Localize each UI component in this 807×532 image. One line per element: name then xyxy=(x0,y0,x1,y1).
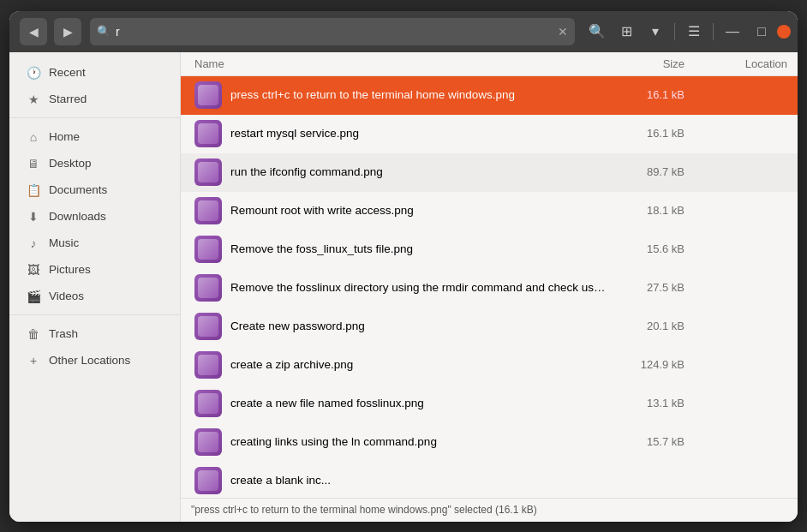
file-thumbnail xyxy=(198,162,218,182)
toolbar-divider-2 xyxy=(713,23,714,40)
forward-button[interactable]: ▶ xyxy=(54,18,81,45)
file-icon xyxy=(194,81,222,109)
file-name-cell: restart mysql service.png xyxy=(194,120,607,147)
table-row[interactable]: press ctrl+c to return to the terminal h… xyxy=(181,76,798,115)
file-size: 16.1 kB xyxy=(607,88,684,101)
sidebar-item-starred[interactable]: ★ Starred xyxy=(15,87,175,112)
search-input[interactable] xyxy=(116,25,553,39)
file-thumbnail xyxy=(198,239,218,260)
file-size: 89.7 kB xyxy=(607,165,684,178)
back-button[interactable]: ◀ xyxy=(20,18,47,45)
table-row[interactable]: create a blank inc... xyxy=(181,462,798,498)
sidebar-item-documents[interactable]: 📋 Documents xyxy=(15,177,175,203)
file-thumbnail xyxy=(198,200,218,221)
sidebar-item-videos[interactable]: 🎬 Videos xyxy=(15,284,175,309)
sidebar-label-desktop: Desktop xyxy=(49,157,92,170)
file-size: 18.1 kB xyxy=(607,204,684,217)
sidebar-label-other: Other Locations xyxy=(49,354,130,367)
trash-icon: 🗑 xyxy=(27,327,40,341)
search-clear-button[interactable]: ✕ xyxy=(558,25,568,39)
sidebar-label-home: Home xyxy=(49,130,80,143)
desktop-icon: 🖥 xyxy=(27,157,40,170)
close-button[interactable] xyxy=(777,25,791,39)
file-name: create a blank inc... xyxy=(230,474,331,487)
file-name: Remove the foss_linux_tuts file.png xyxy=(230,242,413,255)
file-name: creating links using the ln command.png xyxy=(230,435,437,448)
sidebar-item-trash[interactable]: 🗑 Trash xyxy=(15,321,175,347)
grid-view-button[interactable]: ⊞ xyxy=(613,18,640,45)
file-thumbnail xyxy=(198,355,218,375)
sidebar-label-starred: Starred xyxy=(49,93,87,105)
file-thumbnail xyxy=(198,316,218,337)
file-name-cell: create a new file named fosslinux.png xyxy=(194,390,607,417)
toolbar-divider xyxy=(674,23,675,40)
file-icon xyxy=(194,351,222,379)
file-thumbnail xyxy=(198,85,218,105)
sidebar-label-pictures: Pictures xyxy=(49,263,91,276)
file-size: 124.9 kB xyxy=(607,358,684,371)
sidebar-item-home[interactable]: ⌂ Home xyxy=(15,124,175,150)
sidebar-places-section: ⌂ Home 🖥 Desktop 📋 Documents ⬇ Downloads… xyxy=(9,117,180,309)
file-icon xyxy=(194,313,222,340)
documents-icon: 📋 xyxy=(27,183,40,197)
file-name-cell: Remove the foss_linux_tuts file.png xyxy=(194,236,607,263)
pictures-icon: 🖼 xyxy=(27,263,40,277)
file-name: create a new file named fosslinux.png xyxy=(230,397,424,409)
table-row[interactable]: creating links using the ln command.png … xyxy=(181,423,798,462)
header-name: Name xyxy=(194,57,607,70)
sidebar-label-videos: Videos xyxy=(49,290,84,302)
view-dropdown-button[interactable]: ▾ xyxy=(642,18,669,45)
file-name-cell: Remount root with write access.png xyxy=(194,197,607,224)
sidebar-label-downloads: Downloads xyxy=(49,210,106,223)
file-name: Create new password.png xyxy=(230,320,365,332)
file-name-cell: create a zip archive.png xyxy=(194,351,607,379)
file-name-cell: Remove the fosslinux directory using the… xyxy=(194,274,607,302)
file-icon xyxy=(194,236,222,263)
file-name-cell: creating links using the ln command.png xyxy=(194,428,607,456)
music-icon: ♪ xyxy=(27,236,40,250)
search-bar: 🔍 ✕ xyxy=(90,18,575,45)
table-row[interactable]: create a new file named fosslinux.png 13… xyxy=(181,385,798,423)
table-row[interactable]: Create new password.png 20.1 kB xyxy=(181,308,798,346)
file-size: 20.1 kB xyxy=(607,320,684,332)
file-thumbnail xyxy=(198,123,218,144)
status-text: "press ctrl+c to return to the terminal … xyxy=(191,504,537,516)
file-name: Remove the fosslinux directory using the… xyxy=(230,281,607,294)
sidebar-item-recent[interactable]: 🕐 Recent xyxy=(15,60,175,86)
file-size: 15.7 kB xyxy=(607,435,684,448)
minimize-button[interactable]: — xyxy=(719,18,746,45)
starred-icon: ★ xyxy=(27,93,40,106)
search-toggle-button[interactable]: 🔍 xyxy=(583,18,611,45)
file-name: Remount root with write access.png xyxy=(230,204,414,217)
header-location: Location xyxy=(684,57,787,70)
file-icon xyxy=(194,197,222,224)
sidebar-item-pictures[interactable]: 🖼 Pictures xyxy=(15,257,175,283)
table-row[interactable]: Remove the fosslinux directory using the… xyxy=(181,269,798,308)
sidebar-system-section: 🗑 Trash + Other Locations xyxy=(9,314,180,374)
file-thumbnail xyxy=(198,432,218,452)
sidebar: 🕐 Recent ★ Starred ⌂ Home 🖥 Desktop 📋 Do xyxy=(9,52,181,522)
sidebar-item-downloads[interactable]: ⬇ Downloads xyxy=(15,204,175,230)
sidebar-item-other[interactable]: + Other Locations xyxy=(15,348,175,374)
sidebar-item-music[interactable]: ♪ Music xyxy=(15,230,175,256)
file-name: press ctrl+c to return to the terminal h… xyxy=(230,88,515,101)
menu-button[interactable]: ☰ xyxy=(680,18,708,45)
file-name: create a zip archive.png xyxy=(230,358,353,371)
sidebar-item-desktop[interactable]: 🖥 Desktop xyxy=(15,151,175,176)
file-size: 15.6 kB xyxy=(607,242,684,255)
table-row[interactable]: run the ifconfig command.png 89.7 kB xyxy=(181,153,798,192)
table-row[interactable]: create a zip archive.png 124.9 kB xyxy=(181,346,798,385)
file-icon xyxy=(194,120,222,147)
maximize-button[interactable]: □ xyxy=(748,18,775,45)
search-icon: 🔍 xyxy=(97,25,111,38)
file-name-cell: create a blank inc... xyxy=(194,467,607,494)
file-size: 16.1 kB xyxy=(607,127,684,140)
table-row[interactable]: restart mysql service.png 16.1 kB xyxy=(181,115,798,153)
file-icon xyxy=(194,467,222,494)
file-thumbnail xyxy=(198,278,218,298)
table-row[interactable]: Remove the foss_linux_tuts file.png 15.6… xyxy=(181,230,798,269)
header-size: Size xyxy=(607,57,684,70)
videos-icon: 🎬 xyxy=(27,290,40,303)
file-list: press ctrl+c to return to the terminal h… xyxy=(181,76,798,498)
table-row[interactable]: Remount root with write access.png 18.1 … xyxy=(181,192,798,230)
